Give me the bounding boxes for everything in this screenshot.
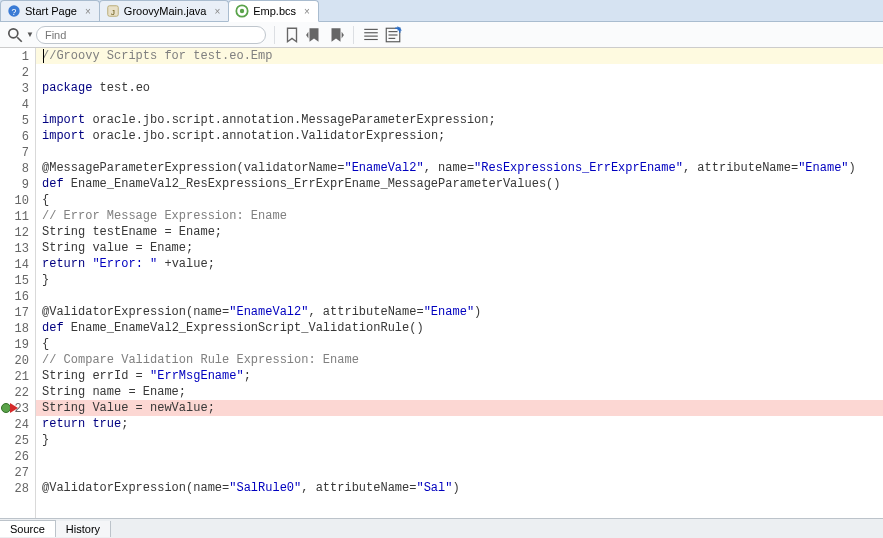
code-line[interactable]: import oracle.jbo.script.annotation.Mess… xyxy=(36,112,883,128)
code-line[interactable]: package test.eo xyxy=(36,80,883,96)
tab-emp-bcs[interactable]: Emp.bcs × xyxy=(228,0,319,22)
bottom-tabbar: Source History xyxy=(0,518,883,538)
code-line[interactable]: def Ename_EnameVal2_ResExpressions_ErrEx… xyxy=(36,176,883,192)
code-line[interactable] xyxy=(36,288,883,304)
code-line[interactable]: // Compare Validation Rule Expression: E… xyxy=(36,352,883,368)
code-line[interactable]: //Groovy Scripts for test.eo.Emp xyxy=(36,48,883,64)
chevron-down-icon[interactable]: ▼ xyxy=(26,30,34,39)
execution-pointer-icon xyxy=(10,403,18,413)
indent-icon[interactable] xyxy=(362,26,380,44)
java-icon: J xyxy=(106,4,120,18)
bookmark-prev-icon[interactable] xyxy=(305,26,323,44)
code-line[interactable]: } xyxy=(36,272,883,288)
tab-start-page[interactable]: ? Start Page × xyxy=(0,0,100,21)
tab-groovymain[interactable]: J GroovyMain.java × xyxy=(99,0,229,21)
code-line[interactable]: } xyxy=(36,432,883,448)
code-line[interactable] xyxy=(36,64,883,80)
code-view[interactable]: //Groovy Scripts for test.eo.Emppackage … xyxy=(36,48,883,518)
code-line[interactable]: { xyxy=(36,336,883,352)
separator xyxy=(274,26,275,44)
file-tabbar: ? Start Page × J GroovyMain.java × Emp.b… xyxy=(0,0,883,22)
code-line[interactable]: { xyxy=(36,192,883,208)
code-line[interactable] xyxy=(36,464,883,480)
reformat-icon[interactable] xyxy=(384,26,402,44)
code-line[interactable]: return true; xyxy=(36,416,883,432)
svg-line-7 xyxy=(17,37,22,42)
tab-label: Start Page xyxy=(25,5,77,17)
code-line[interactable]: @MessageParameterExpression(validatorNam… xyxy=(36,160,883,176)
svg-text:J: J xyxy=(111,8,115,17)
code-line[interactable]: // Error Message Expression: Ename xyxy=(36,208,883,224)
tab-label: GroovyMain.java xyxy=(124,5,207,17)
line-number-gutter: 1234567891011121314151617181920212223242… xyxy=(0,48,36,518)
close-icon[interactable]: × xyxy=(85,6,91,17)
code-line[interactable]: import oracle.jbo.script.annotation.Vali… xyxy=(36,128,883,144)
close-icon[interactable]: × xyxy=(304,6,310,17)
close-icon[interactable]: × xyxy=(214,6,220,17)
groovy-icon xyxy=(235,4,249,18)
editor-toolbar: ▼ xyxy=(0,22,883,48)
search-wrap: ▼ xyxy=(6,26,266,44)
code-line[interactable]: String errId = "ErrMsgEname"; xyxy=(36,368,883,384)
svg-text:?: ? xyxy=(12,7,17,17)
code-line[interactable]: def Ename_EnameVal2_ExpressionScript_Val… xyxy=(36,320,883,336)
help-icon: ? xyxy=(7,4,21,18)
svg-point-5 xyxy=(240,9,244,13)
tab-label: Emp.bcs xyxy=(253,5,296,17)
bottom-tab-label: Source xyxy=(10,523,45,535)
code-line[interactable]: String name = Ename; xyxy=(36,384,883,400)
code-line[interactable]: String value = Ename; xyxy=(36,240,883,256)
code-line[interactable]: return "Error: " +value; xyxy=(36,256,883,272)
code-line[interactable]: String Value = newValue; xyxy=(36,400,883,416)
bookmark-icon[interactable] xyxy=(283,26,301,44)
bookmark-next-icon[interactable] xyxy=(327,26,345,44)
code-line[interactable]: @ValidatorExpression(name="EnameVal2", a… xyxy=(36,304,883,320)
separator xyxy=(353,26,354,44)
bottom-tab-label: History xyxy=(66,523,100,535)
find-input[interactable] xyxy=(36,26,266,44)
svg-point-6 xyxy=(9,28,18,37)
search-icon[interactable] xyxy=(6,26,24,44)
bottom-tab-source[interactable]: Source xyxy=(0,520,56,537)
code-line[interactable] xyxy=(36,144,883,160)
bottom-tab-history[interactable]: History xyxy=(56,521,111,537)
code-line[interactable]: String testEname = Ename; xyxy=(36,224,883,240)
code-line[interactable] xyxy=(36,448,883,464)
code-line[interactable] xyxy=(36,96,883,112)
code-line[interactable]: @ValidatorExpression(name="SalRule0", at… xyxy=(36,480,883,496)
text-caret xyxy=(43,49,44,63)
editor-area: 1234567891011121314151617181920212223242… xyxy=(0,48,883,518)
